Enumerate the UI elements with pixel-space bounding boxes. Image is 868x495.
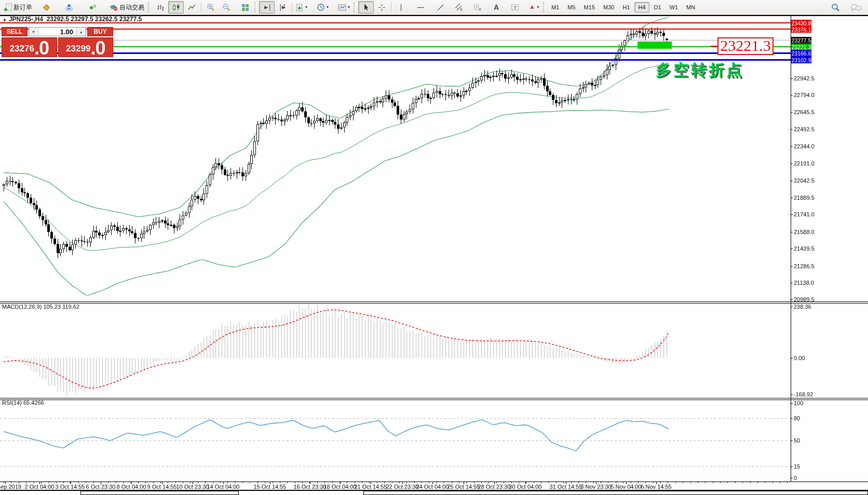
- chevron-down-icon: ▾: [348, 5, 350, 9]
- indicators-icon: [296, 4, 304, 11]
- cursor-arrow-icon: [362, 4, 370, 11]
- price-tick-label: 22492.5: [794, 126, 815, 132]
- chart-candles-button[interactable]: [168, 1, 184, 13]
- periods-button[interactable]: ▾: [315, 1, 331, 13]
- buy-price-display[interactable]: 23299.0: [58, 37, 114, 57]
- rsi-tick-label: 80: [794, 415, 800, 421]
- indicators-button[interactable]: ▾: [294, 1, 309, 13]
- community-button[interactable]: [61, 1, 77, 13]
- equidistant-channel-icon: E: [455, 3, 463, 11]
- time-tick-label: 10 Oct 23:30: [177, 484, 209, 490]
- autotrading-button[interactable]: 自动交易: [107, 1, 146, 13]
- autoscroll-icon: [263, 4, 271, 11]
- vertical-line-button[interactable]: [393, 1, 409, 13]
- sell-price-frac: .0: [34, 39, 49, 57]
- text-button[interactable]: A: [489, 1, 504, 13]
- price-axis-badge: 23376.1: [791, 26, 811, 33]
- text-label-button[interactable]: T: [507, 1, 523, 13]
- price-tick-label: 21588.0: [794, 229, 815, 235]
- time-tick-label: 6 Nov 14:55: [641, 484, 671, 490]
- price-level-line-23166.6[interactable]: [0, 52, 791, 54]
- search-button[interactable]: [828, 2, 843, 14]
- time-tick-label: 16 Oct 23:30: [294, 484, 327, 490]
- time-tick-label: 8 Oct 04:00: [117, 484, 146, 490]
- autoscroll-button[interactable]: [259, 1, 275, 13]
- price-chart-canvas[interactable]: [0, 15, 868, 495]
- volume-up-button[interactable]: ▲: [76, 28, 86, 36]
- zoom-in-button[interactable]: [203, 1, 219, 13]
- bottom-window-fragment: [363, 491, 868, 495]
- horizontal-line-icon: [417, 4, 425, 11]
- price-level-line-23221.3[interactable]: [0, 46, 791, 47]
- horizontal-line-button[interactable]: [413, 1, 428, 13]
- price-level-line-23376.1[interactable]: [0, 29, 791, 30]
- sell-button[interactable]: SELL: [2, 27, 28, 36]
- vertical-line-icon: [398, 4, 404, 11]
- search-icon: [831, 3, 840, 12]
- rsi-indicator-label: RSI(14) 65.4266: [2, 400, 44, 406]
- collapse-icon[interactable]: ▲: [3, 17, 7, 22]
- buy-button[interactable]: BUY: [87, 27, 113, 36]
- chat-icon: [850, 4, 862, 12]
- autotrading-label: 自动交易: [119, 3, 144, 12]
- new-order-button[interactable]: 新订单: [2, 1, 34, 13]
- arrows-button[interactable]: ▾: [526, 1, 541, 13]
- chevron-down-icon: ▾: [305, 5, 307, 9]
- price-callout-box[interactable]: 23221.3: [717, 37, 774, 55]
- macd-indicator-label: MACD(12,26,9) 105.23 119.62: [2, 304, 79, 310]
- timeframe-button-m15[interactable]: M15: [580, 2, 599, 12]
- price-level-line-23277.5[interactable]: [0, 40, 791, 40]
- timeframe-button-h1[interactable]: H1: [619, 2, 633, 12]
- price-tick-label: 22794.0: [794, 92, 815, 98]
- time-tick-label: 28 Oct 23:30: [478, 484, 511, 490]
- cursor-button[interactable]: [358, 1, 374, 13]
- timeframe-button-mn[interactable]: MN: [683, 2, 699, 12]
- chat-button[interactable]: [848, 2, 864, 14]
- trendline-button[interactable]: [432, 1, 448, 13]
- price-tick-label: 22191.0: [794, 160, 815, 167]
- highlight-rectangle[interactable]: [638, 42, 672, 49]
- time-tick-label: 24 Oct 04:00: [416, 484, 449, 490]
- sell-price-display[interactable]: 23276.0: [2, 37, 57, 57]
- channel-button[interactable]: E: [451, 1, 467, 13]
- trendline-icon: [437, 4, 444, 11]
- macd-tick-label: 238.36: [794, 304, 811, 310]
- crosshair-button[interactable]: [374, 1, 389, 13]
- chart-shift-button[interactable]: [275, 1, 290, 13]
- tile-windows-button[interactable]: [237, 1, 253, 13]
- chart-bars-button[interactable]: [153, 1, 168, 13]
- toolbar-grip: [354, 2, 357, 12]
- main-toolbar: 新订单 自动交易 ▾ ▾: [0, 0, 868, 15]
- chart-line-button[interactable]: [184, 1, 199, 13]
- chart-title: ▲JPN225-,H4 23292.5 23297.5 23262.5 2327…: [3, 16, 142, 23]
- fibonacci-button[interactable]: F: [470, 1, 485, 13]
- turning-point-label[interactable]: 多空转折点: [656, 60, 744, 81]
- time-tick-label: 30 Oct 04:00: [509, 484, 542, 490]
- price-tick-label: 22042.5: [794, 177, 815, 184]
- timeframe-button-m1[interactable]: M1: [548, 2, 563, 12]
- timeframe-button-d1[interactable]: D1: [650, 2, 665, 12]
- price-tick-label: 22344.0: [794, 143, 815, 149]
- autotrading-icon: [109, 3, 118, 11]
- timeframe-button-w1[interactable]: W1: [666, 2, 682, 12]
- price-tick-label: 21138.0: [794, 280, 814, 286]
- volume-down-button[interactable]: ▼: [29, 28, 38, 36]
- zoom-out-button[interactable]: [219, 1, 234, 13]
- price-axis-badge: 23166.6: [791, 50, 811, 57]
- candlestick-icon: [172, 4, 180, 11]
- timeframe-button-m30[interactable]: M30: [600, 2, 618, 12]
- macd-tick-label: -168.92: [794, 391, 813, 397]
- new-order-icon: [4, 3, 12, 11]
- templates-button[interactable]: ▾: [336, 1, 352, 13]
- time-tick-label: 5 Nov 04:00: [611, 484, 641, 490]
- volume-value[interactable]: 1.00: [38, 28, 76, 36]
- time-tick-label: 18 Oct 04:00: [324, 484, 357, 490]
- crosshair-icon: [378, 4, 386, 11]
- timeframe-button-m5[interactable]: M5: [564, 2, 579, 12]
- market-button[interactable]: [38, 1, 54, 13]
- price-axis-badge: 23102.9: [791, 57, 811, 63]
- price-tick-label: 21741.0: [794, 211, 815, 217]
- price-tick-label: 20989.5: [794, 296, 815, 302]
- signals-button[interactable]: [84, 1, 100, 13]
- timeframe-button-h4[interactable]: H4: [634, 2, 649, 12]
